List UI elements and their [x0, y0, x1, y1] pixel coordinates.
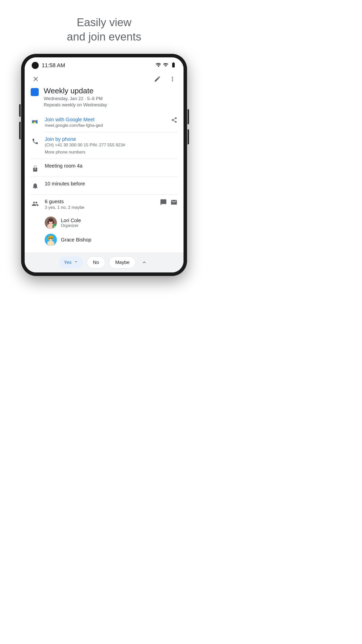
volume-up-button — [19, 104, 21, 117]
camera-indicator — [32, 62, 39, 69]
guests-row: 6 guests 3 yes, 1 no, 2 maybe — [31, 195, 177, 214]
signal-icon — [163, 62, 168, 69]
rsvp-bar: Yes No Maybe — [25, 252, 184, 272]
svg-point-22 — [47, 241, 54, 246]
guest-details: Lori Cole Organizer — [61, 218, 81, 228]
status-bar: 11:58 AM — [25, 57, 184, 71]
email-button[interactable] — [170, 199, 177, 207]
svg-point-25 — [48, 235, 53, 238]
avatar — [45, 217, 57, 229]
event-content: Weekly update Wednesday, Jan 22 · 5–6 PM… — [25, 87, 184, 252]
chat-button[interactable] — [160, 199, 167, 207]
event-title: Weekly update — [44, 87, 107, 95]
app-toolbar — [25, 71, 184, 87]
status-time: 11:58 AM — [42, 62, 65, 69]
guest-name: Lori Cole — [61, 218, 81, 223]
bell-icon — [31, 181, 40, 190]
meet-join-label[interactable]: Join with Google Meet — [45, 117, 166, 123]
close-button[interactable] — [31, 74, 41, 84]
svg-rect-9 — [34, 120, 36, 122]
event-title-row: Weekly update Wednesday, Jan 22 · 5–6 PM… — [31, 87, 177, 108]
event-color-indicator — [31, 88, 39, 96]
phone-screen: 11:58 AM — [25, 57, 184, 272]
meet-text: Join with Google Meet meet.google.com/fa… — [45, 117, 166, 128]
svg-rect-8 — [32, 120, 34, 122]
more-phone-numbers[interactable]: More phone numbers — [45, 150, 177, 155]
guest-name: Grace Bishop — [61, 237, 91, 243]
rsvp-yes-button[interactable]: Yes — [59, 257, 83, 268]
promo-line2: and join events — [67, 30, 141, 43]
guests-icon — [31, 199, 40, 208]
event-recurrence: Repeats weekly on Wednesday — [44, 102, 107, 108]
promo-line1: Easily view — [77, 16, 131, 28]
phone-icon — [31, 137, 40, 146]
guest-list: Lori Cole Organizer — [31, 214, 177, 248]
svg-point-17 — [48, 218, 53, 222]
status-icons — [155, 62, 176, 69]
rsvp-yes-label: Yes — [64, 260, 72, 265]
room-text: Meeting room 4a — [45, 163, 177, 169]
phone-text: Join by phone (CH) +41 30 300 00 15 PIN:… — [45, 136, 177, 155]
list-item: Grace Bishop — [31, 231, 177, 248]
guests-actions — [160, 199, 177, 207]
rsvp-dropdown-arrow[interactable] — [74, 260, 78, 265]
volume-down-button — [19, 122, 21, 139]
toolbar-actions — [152, 74, 177, 84]
collapse-button[interactable] — [139, 257, 149, 267]
meet-icon — [31, 117, 40, 126]
reminder-row: 10 minutes before — [31, 177, 177, 194]
rsvp-maybe-button[interactable]: Maybe — [109, 256, 136, 268]
guest-role: Organizer — [61, 223, 81, 228]
event-title-block: Weekly update Wednesday, Jan 22 · 5–6 PM… — [44, 87, 107, 108]
room-icon — [31, 164, 40, 173]
rsvp-no-button[interactable]: No — [87, 256, 105, 268]
phone-device: 11:58 AM — [21, 54, 187, 276]
meet-link: meet.google.com/fae-fgha-ged — [45, 123, 166, 128]
avatar — [45, 234, 57, 246]
more-options-button[interactable] — [167, 74, 177, 84]
room-row: Meeting room 4a — [31, 159, 177, 177]
wifi-icon — [155, 62, 161, 69]
meet-row: Join with Google Meet meet.google.com/fa… — [31, 113, 177, 132]
guests-info: 6 guests 3 yes, 1 no, 2 maybe — [45, 199, 155, 210]
guests-title: 6 guests — [45, 199, 155, 205]
reminder-text: 10 minutes before — [45, 181, 177, 187]
reminder-label: 10 minutes before — [45, 181, 177, 187]
battery-icon — [170, 62, 176, 69]
svg-point-19 — [53, 221, 54, 223]
meet-share-button[interactable] — [171, 117, 177, 123]
svg-point-18 — [48, 221, 49, 223]
svg-rect-10 — [32, 122, 34, 123]
promo-heading: Easily view and join events — [67, 15, 141, 44]
svg-point-26 — [48, 238, 49, 240]
phone-row: Join by phone (CH) +41 30 300 00 15 PIN:… — [31, 132, 177, 159]
edit-button[interactable] — [152, 74, 162, 84]
phone-number: (CH) +41 30 300 00 15 PIN: 277 555 923# — [45, 143, 177, 148]
guests-summary: 3 yes, 1 no, 2 maybe — [45, 205, 155, 210]
event-date: Wednesday, Jan 22 · 5–6 PM — [44, 96, 107, 101]
room-label: Meeting room 4a — [45, 163, 177, 169]
guest-details: Grace Bishop — [61, 237, 91, 243]
phone-join-label[interactable]: Join by phone — [45, 136, 177, 142]
svg-rect-11 — [34, 122, 36, 123]
accepted-badge — [52, 224, 57, 229]
list-item: Lori Cole Organizer — [31, 214, 177, 231]
